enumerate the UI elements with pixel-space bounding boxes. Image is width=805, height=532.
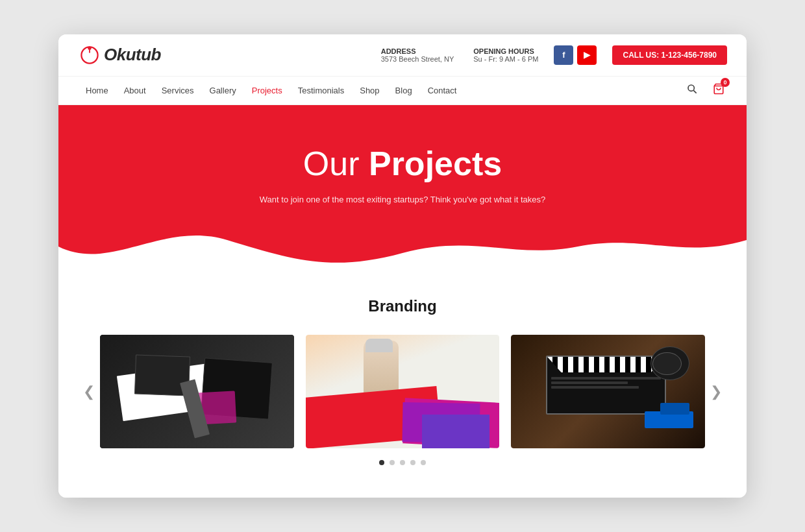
nav-link-home[interactable]: Home — [78, 77, 116, 104]
call-button[interactable]: CALL US: 1-123-456-7890 — [612, 45, 727, 65]
nav-item-about[interactable]: About — [116, 77, 154, 104]
nav-link-services[interactable]: Services — [154, 77, 202, 104]
carousel-wrapper: ❮ — [78, 335, 727, 448]
carousel-images — [100, 335, 705, 448]
carousel-dots — [78, 460, 727, 465]
address-value: 3573 Beech Street, NY — [381, 55, 454, 63]
project-image-2 — [306, 335, 500, 448]
nav-link-blog[interactable]: Blog — [388, 77, 420, 104]
svg-point-3 — [688, 85, 694, 91]
carousel-dot-5[interactable] — [421, 460, 426, 465]
carousel-dot-2[interactable] — [390, 460, 395, 465]
project-card-3[interactable] — [511, 335, 705, 448]
nav-link-gallery[interactable]: Gallery — [202, 77, 244, 104]
hero-section: Our Projects Want to join one of the mos… — [58, 105, 747, 272]
nav-item-services[interactable]: Services — [154, 77, 202, 104]
nav-item-home[interactable]: Home — [78, 77, 116, 104]
section-title: Branding — [78, 297, 727, 315]
cart-button[interactable]: 0 — [710, 80, 727, 100]
carousel-dot-3[interactable] — [400, 460, 405, 465]
nav-item-gallery[interactable]: Gallery — [202, 77, 244, 104]
project-card-1[interactable] — [100, 335, 294, 448]
logo[interactable]: Okutub — [78, 43, 161, 67]
project-image-3 — [511, 335, 705, 448]
hero-title: Our Projects — [78, 144, 727, 183]
nav-item-contact[interactable]: Contact — [420, 77, 465, 104]
logo-text: Okutub — [104, 45, 161, 65]
carousel-dot-4[interactable] — [410, 460, 415, 465]
nav-item-testimonials[interactable]: Testimonials — [290, 77, 353, 104]
carousel-prev-button[interactable]: ❮ — [78, 383, 100, 400]
facebook-button[interactable]: f — [554, 45, 573, 65]
browser-window: Okutub Address 3573 Beech Street, NY Ope… — [58, 34, 747, 498]
hours-value: Su - Fr: 9 AM - 6 PM — [473, 55, 538, 63]
nav-link-testimonials[interactable]: Testimonials — [290, 77, 353, 104]
hours-block: Opening Hours Su - Fr: 9 AM - 6 PM — [473, 47, 538, 63]
address-block: Address 3573 Beech Street, NY — [381, 47, 454, 63]
hero-wave — [58, 221, 747, 271]
header-info: Address 3573 Beech Street, NY Opening Ho… — [381, 47, 539, 63]
cart-badge: 0 — [721, 78, 730, 87]
nav-item-blog[interactable]: Blog — [388, 77, 420, 104]
address-label: Address — [381, 47, 454, 55]
hero-title-bold: Projects — [369, 145, 502, 182]
nav-link-contact[interactable]: Contact — [420, 77, 465, 104]
nav-item-projects[interactable]: Projects — [244, 77, 290, 104]
top-bar: Okutub Address 3573 Beech Street, NY Ope… — [58, 34, 747, 77]
nav-item-shop[interactable]: Shop — [352, 77, 387, 104]
hero-title-regular: Our — [303, 145, 369, 182]
svg-point-1 — [88, 46, 91, 49]
nav-link-projects[interactable]: Projects — [244, 77, 290, 104]
header-right: Address 3573 Beech Street, NY Opening Ho… — [381, 45, 727, 65]
search-button[interactable] — [684, 81, 700, 99]
youtube-button[interactable]: ▶ — [577, 45, 597, 65]
nav-link-about[interactable]: About — [116, 77, 154, 104]
project-image-1 — [100, 335, 294, 448]
svg-line-4 — [693, 90, 696, 93]
hero-subtitle: Want to join one of the most exiting sta… — [240, 193, 565, 207]
nav-right: 0 — [684, 80, 727, 100]
logo-icon — [78, 43, 101, 67]
hours-label: Opening Hours — [473, 47, 538, 55]
carousel-next-button[interactable]: ❯ — [705, 383, 727, 400]
nav-links: Home About Services Gallery Projects Tes… — [78, 77, 464, 104]
carousel-dot-1[interactable] — [379, 460, 384, 465]
projects-section: Branding ❮ — [58, 271, 747, 498]
search-icon — [687, 84, 697, 94]
nav-bar: Home About Services Gallery Projects Tes… — [58, 77, 747, 105]
project-card-2[interactable] — [306, 335, 500, 448]
nav-link-shop[interactable]: Shop — [352, 77, 387, 104]
social-icons: f ▶ — [554, 45, 597, 65]
